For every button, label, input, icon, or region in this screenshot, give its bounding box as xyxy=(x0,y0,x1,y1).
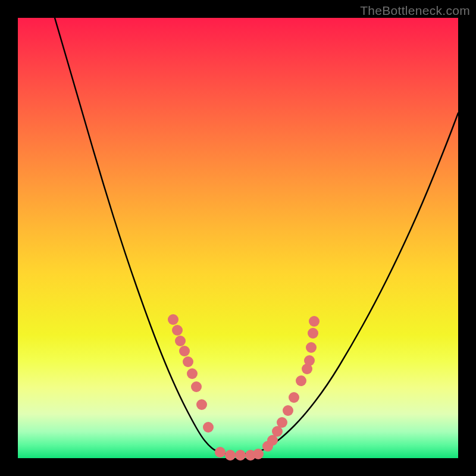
data-point xyxy=(191,381,202,392)
attribution-text: TheBottleneck.com xyxy=(360,4,470,18)
data-point xyxy=(215,447,226,458)
data-point xyxy=(309,316,320,327)
chart-frame: TheBottleneck.com xyxy=(0,0,476,476)
plot-area xyxy=(18,18,458,458)
data-point xyxy=(168,314,178,325)
data-point xyxy=(196,399,207,410)
data-point xyxy=(277,417,287,428)
data-point xyxy=(172,325,183,336)
data-point xyxy=(187,368,198,379)
data-point xyxy=(308,328,318,339)
data-point xyxy=(203,422,214,433)
curve-path xyxy=(55,18,458,455)
data-point xyxy=(289,392,299,403)
bottleneck-curve xyxy=(18,18,458,458)
data-point xyxy=(225,450,236,461)
data-point xyxy=(183,356,193,367)
data-point xyxy=(235,450,246,461)
data-point xyxy=(179,346,190,356)
data-point xyxy=(296,375,306,386)
data-point xyxy=(304,355,315,366)
data-point xyxy=(283,405,293,416)
data-point xyxy=(253,449,264,459)
data-point xyxy=(306,342,317,353)
data-point xyxy=(175,336,186,346)
